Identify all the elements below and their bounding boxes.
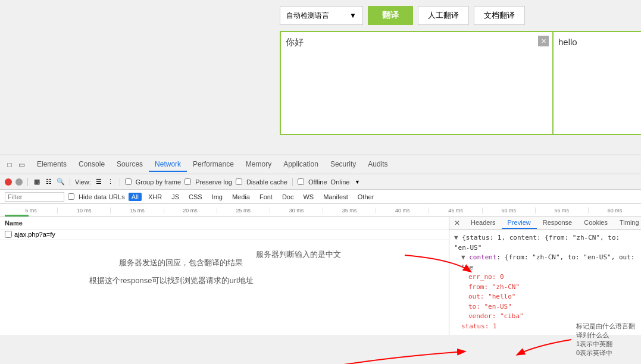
response-line-6: to: "en-US": [454, 302, 636, 312]
response-tab-timing[interactable]: Timing: [614, 217, 641, 229]
filter-tag-media[interactable]: Media: [229, 193, 253, 201]
filter-tag-all[interactable]: All: [129, 193, 142, 201]
disable-cache-checkbox[interactable]: [236, 178, 242, 185]
tab-elements[interactable]: Elements: [31, 158, 73, 172]
row-checkbox[interactable]: [5, 231, 12, 238]
annotation-area: 服务器发送的回应，包含翻译的结果 根据这个response可以找到浏览器请求的u…: [0, 240, 449, 311]
tab-audits[interactable]: Audits: [362, 158, 393, 172]
dropdown-arrow-icon: ▼: [349, 11, 357, 20]
colon-1: :: [497, 253, 505, 261]
offline-label: Offline: [308, 178, 327, 186]
filter-tag-img[interactable]: Img: [209, 193, 226, 201]
tick-20ms: 20 ms: [164, 208, 217, 214]
timeline-bar: 5 ms 10 ms 15 ms 20 ms 25 ms 30 ms 35 ms…: [0, 204, 641, 217]
response-tab-headers[interactable]: Headers: [465, 217, 502, 229]
response-line-7: vendor: "ciba": [454, 312, 636, 322]
toolbar-separator-1: [27, 178, 28, 186]
name-column-header: Name: [5, 219, 23, 227]
clear-button[interactable]: ✕: [538, 36, 549, 46]
key-content: content: [469, 253, 496, 261]
devtools-tab-bar: □ ▭ Elements Console Sources Network Per…: [0, 155, 641, 174]
filter-tag-manifest[interactable]: Manifest: [320, 193, 351, 201]
filter-bar: Hide data URLs All XHR JS CSS Img Media …: [0, 190, 641, 204]
tick-30ms: 30 ms: [270, 208, 323, 214]
tab-sources[interactable]: Sources: [111, 158, 149, 172]
translation-area: 自动检测语言 ▼ 翻译 人工翻译 文档翻译 你好 ✕ hello: [0, 0, 641, 155]
filter-tag-ws[interactable]: WS: [300, 193, 317, 201]
preserve-log-checkbox-group: Preserve log: [185, 178, 232, 186]
request-name-cell: ajax.php?a=fy: [5, 231, 124, 238]
tick-25ms: 25 ms: [217, 208, 270, 214]
hide-data-urls-checkbox[interactable]: [68, 193, 74, 200]
tab-console[interactable]: Console: [73, 158, 111, 172]
key-from: from:: [468, 283, 492, 291]
inspect-icon[interactable]: □: [5, 160, 14, 170]
filter-tag-font[interactable]: Font: [257, 193, 276, 201]
request-list-header: Name: [0, 217, 449, 230]
response-detail-panel: ✕ Headers Preview Response Cookies Timin…: [449, 217, 641, 335]
tab-application[interactable]: Application: [277, 158, 324, 172]
offline-checkbox[interactable]: [298, 178, 304, 185]
expand-icon-1[interactable]: ▼: [454, 234, 458, 241]
group-by-frame-label: Group by frame: [136, 178, 181, 186]
response-content: ▼ {status: 1, content: {from: "zh-CN", t…: [449, 230, 641, 335]
camera-icon[interactable]: ▩: [33, 178, 41, 186]
tick-60ms: 60 ms: [588, 208, 641, 214]
translation-boxes: 你好 ✕ hello: [280, 31, 641, 135]
filter-tag-doc[interactable]: Doc: [279, 193, 297, 201]
offline-checkbox-group: Offline: [298, 178, 327, 186]
response-line-5: out: "hello": [454, 292, 636, 302]
translate-button[interactable]: 翻译: [368, 6, 413, 25]
record-button[interactable]: [5, 178, 12, 186]
search-icon[interactable]: 🔍: [57, 178, 65, 186]
filter-tag-xhr[interactable]: XHR: [145, 193, 165, 201]
key-vendor: vendor:: [468, 312, 500, 320]
response-line-8: status: 1: [454, 322, 636, 332]
list-view-icon[interactable]: ☰: [95, 178, 103, 186]
val-errno: 0: [500, 273, 504, 281]
language-selector[interactable]: 自动检测语言 ▼: [280, 6, 363, 25]
key-to: to:: [468, 303, 484, 310]
find-url-annotation: 根据这个response可以找到浏览器请求的url地址: [89, 275, 254, 286]
tab-security[interactable]: Security: [324, 158, 362, 172]
tick-40ms: 40 ms: [376, 208, 429, 214]
toolbar-separator-3: [120, 178, 120, 186]
input-text: 你好: [286, 37, 548, 48]
human-translate-button[interactable]: 人工翻译: [418, 6, 469, 25]
input-box[interactable]: 你好 ✕: [280, 31, 554, 135]
online-dropdown-icon[interactable]: ▼: [353, 178, 361, 186]
filter-tag-css[interactable]: CSS: [186, 193, 205, 201]
tick-5ms: 5 ms: [5, 208, 57, 214]
clear-log-button[interactable]: [15, 178, 23, 186]
device-icon[interactable]: ▭: [17, 160, 26, 170]
filter-tag-js[interactable]: JS: [168, 193, 182, 201]
online-label: Online: [331, 178, 350, 186]
timeline-ticks: 5 ms 10 ms 15 ms 20 ms 25 ms 30 ms 35 ms…: [0, 204, 641, 216]
grid-view-icon[interactable]: ⋮: [107, 178, 115, 186]
doc-translate-button[interactable]: 文档翻译: [474, 6, 525, 25]
preserve-log-label: Preserve log: [195, 178, 232, 186]
response-tab-preview[interactable]: Preview: [502, 217, 537, 229]
timeline-green-indicator: [5, 215, 29, 216]
tab-memory[interactable]: Memory: [240, 158, 277, 172]
response-line-4: from: "zh-CN": [454, 283, 636, 293]
filter-tag-other[interactable]: Other: [355, 193, 377, 201]
tab-performance[interactable]: Performance: [187, 158, 240, 172]
response-tab-cookies[interactable]: Cookies: [578, 217, 614, 229]
preserve-log-checkbox[interactable]: [185, 178, 191, 185]
network-toolbar: ▩ ☷ 🔍 View: ☰ ⋮ Group by frame Preserve …: [0, 174, 641, 190]
filter-input[interactable]: [5, 192, 64, 202]
tick-10ms: 10 ms: [57, 208, 110, 214]
response-tab-response[interactable]: Response: [537, 217, 579, 229]
group-by-frame-checkbox[interactable]: [125, 178, 132, 185]
tick-55ms: 55 ms: [535, 208, 588, 214]
devtools-icons: □ ▭: [5, 160, 26, 170]
tick-45ms: 45 ms: [429, 208, 481, 214]
filter-icon[interactable]: ☷: [45, 178, 53, 186]
json-brace-1: {status: 1, content: {from: "zh-CN", to:…: [454, 234, 620, 252]
response-close-button[interactable]: ✕: [449, 217, 465, 229]
val-from: "zh-CN": [492, 283, 520, 291]
tab-network[interactable]: Network: [149, 158, 187, 172]
table-row[interactable]: ajax.php?a=fy: [0, 230, 449, 240]
expand-icon-2[interactable]: ▼: [461, 253, 465, 261]
